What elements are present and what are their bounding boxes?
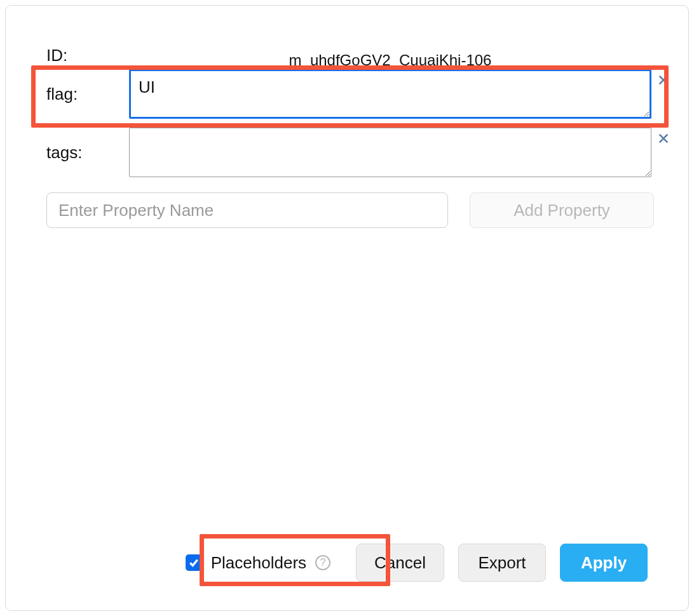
add-property-button[interactable]: Add Property (470, 192, 654, 228)
spacer (43, 228, 651, 540)
tags-input[interactable] (129, 128, 651, 177)
tags-input-wrap (129, 128, 651, 180)
clear-tags-icon[interactable] (657, 131, 670, 145)
placeholders-toggle-wrap: Placeholders ? (174, 548, 342, 578)
dialog-footer: Placeholders ? Cancel Export Apply (43, 540, 651, 585)
apply-button[interactable]: Apply (560, 544, 648, 582)
help-icon[interactable]: ? (315, 555, 330, 570)
flag-label: flag: (43, 69, 129, 104)
placeholders-label: Placeholders (211, 553, 306, 573)
clear-flag-icon[interactable] (657, 73, 670, 87)
flag-row: flag: (43, 69, 651, 121)
flag-input-wrap (129, 69, 651, 121)
add-property-row: Add Property (46, 192, 651, 228)
form-area: ID: m_uhdfGoGV2_CuuajKhi-106 flag: tags: (43, 45, 651, 228)
property-name-input[interactable] (46, 192, 448, 228)
tags-row: tags: (43, 128, 651, 180)
export-button[interactable]: Export (458, 544, 546, 582)
id-row: ID: m_uhdfGoGV2_CuuajKhi-106 (43, 45, 651, 65)
id-label: ID: (43, 46, 129, 65)
flag-input[interactable] (129, 69, 651, 119)
cancel-button[interactable]: Cancel (356, 544, 444, 582)
properties-dialog: ID: m_uhdfGoGV2_CuuajKhi-106 flag: tags: (5, 5, 689, 611)
tags-label: tags: (43, 128, 129, 163)
id-value: m_uhdfGoGV2_CuuajKhi-106 (129, 51, 651, 69)
placeholders-checkbox[interactable] (186, 554, 202, 571)
